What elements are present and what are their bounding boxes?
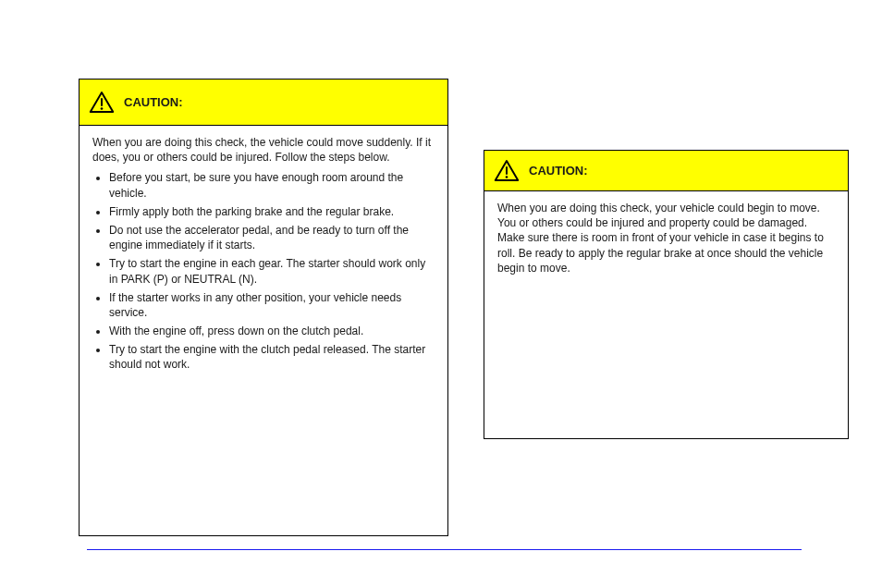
svg-point-1 [101,107,104,110]
footer-rule [87,549,802,550]
list-item: Try to start the engine with the clutch … [109,342,435,372]
list-item: Firmly apply both the parking brake and … [109,204,435,219]
caution-box-right: CAUTION: When you are doing this check, … [484,150,849,439]
list-item: If the starter works in any other positi… [109,290,435,320]
caution-label-right: CAUTION: [529,164,588,178]
caution-box-left: CAUTION: When you are doing this check, … [79,79,448,536]
list-item: Try to start the engine in each gear. Th… [109,256,435,286]
caution-header-right: CAUTION: [484,151,848,191]
caution-text-right: When you are doing this check, your vehi… [497,201,835,276]
caution-body-right: When you are doing this check, your vehi… [484,191,848,287]
caution-intro-left: When you are doing this check, the vehic… [92,135,435,165]
caution-list-left: Before you start, be sure you have enoug… [92,170,435,372]
warning-triangle-icon [89,91,115,114]
list-item: Before you start, be sure you have enoug… [109,170,435,200]
caution-body-left: When you are doing this check, the vehic… [80,126,447,387]
svg-point-3 [506,176,508,178]
caution-header-left: CAUTION: [80,80,447,126]
list-item: Do not use the accelerator pedal, and be… [109,223,435,252]
caution-label-left: CAUTION: [124,95,183,109]
warning-triangle-icon [494,159,520,182]
list-item: With the engine off, press down on the c… [109,324,435,338]
